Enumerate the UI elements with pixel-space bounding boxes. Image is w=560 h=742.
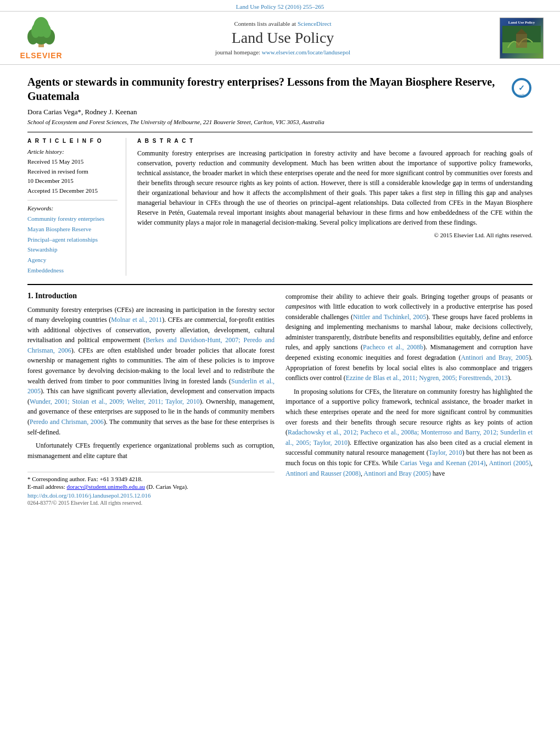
email-link[interactable]: doracv@student.unimelb.edu.au <box>66 483 144 490</box>
info-divider <box>27 200 117 200</box>
keywords-list: Community forestry enterprises Mayan Bio… <box>27 214 117 275</box>
svg-point-5 <box>31 25 40 38</box>
journal-reference: Land Use Policy 52 (2016) 255–265 <box>0 0 560 11</box>
issn-copyright: 0264-8377/© 2015 Elsevier Ltd. All right… <box>27 500 275 506</box>
ref-carias[interactable]: Carias Vega and Keenan (2014) <box>400 459 486 467</box>
cover-svg <box>502 26 541 53</box>
accepted-date: Accepted 15 December 2015 <box>27 186 117 196</box>
ref-antinori-bray[interactable]: Antinori and Bray (2005) <box>363 470 430 477</box>
sciencedirect-anchor[interactable]: ScienceDirect <box>298 20 332 27</box>
ref-nittler[interactable]: Nittler and Tschinkel, 2005 <box>353 313 426 321</box>
journal-cover-area: Land Use Policy <box>494 16 549 60</box>
received-revised-date: 10 December 2015 <box>27 176 117 186</box>
ref-radachowsky[interactable]: Radachowsky et al., 2012; Pacheco et al.… <box>285 428 533 447</box>
abstract-column: A B S T R A C T Community forestry enter… <box>137 138 533 276</box>
right-para2: In proposing solutions for CFEs, the lit… <box>285 387 533 478</box>
ref-pacheco2008b[interactable]: Pacheco et al., 2008b <box>363 343 423 351</box>
journal-header: ELSEVIER Contents lists available at Sci… <box>0 11 560 65</box>
ref-berkes[interactable]: Berkes and Davidson-Hunt, 2007; Peredo a… <box>27 336 275 354</box>
article-history-label: Article history: <box>27 148 117 155</box>
received-date: Received 15 May 2015 <box>27 157 117 167</box>
crossmark-icon: ✓ CrossMark <box>511 77 533 99</box>
keyword-4[interactable]: Stewardship <box>27 246 57 253</box>
intro-para1: Community forestry enterprises (CFEs) ar… <box>27 305 275 438</box>
main-body: 1. Introduction Community forestry enter… <box>27 284 533 506</box>
cover-title: Land Use Policy <box>508 20 535 25</box>
ref-antinori2005[interactable]: Antinori and Bray, 2005 <box>461 354 529 361</box>
ref-sunderlin[interactable]: Sunderlin et al., 2005 <box>27 377 275 395</box>
article-info-column: A R T I C L E I N F O Article history: R… <box>27 138 126 276</box>
article-info-heading: A R T I C L E I N F O <box>27 138 117 144</box>
svg-text:✓: ✓ <box>518 84 525 92</box>
article-title: Agents or stewards in community forestry… <box>27 75 502 103</box>
keyword-3[interactable]: Principal–agent relationships <box>27 236 98 243</box>
section1-heading: 1. Introduction <box>27 292 275 300</box>
elsevier-tree-icon <box>22 16 60 49</box>
journal-cover-image: Land Use Policy <box>500 18 544 59</box>
elsevier-logo: ELSEVIER <box>20 16 62 60</box>
ref-ezzine[interactable]: Ezzine de Blas et al., 2011; Nygren, 200… <box>346 374 508 382</box>
ref-wunder[interactable]: Wunder, 2001; Stoian et al., 2009; Welte… <box>30 398 200 405</box>
authors: Dora Carias Vega*, Rodney J. Keenan <box>27 108 533 119</box>
ref-molnar[interactable]: Molnar et al., 2011 <box>111 316 162 323</box>
intro-para2: Unfortunately CFEs frequently experience… <box>27 440 275 461</box>
journal-ref-text: Land Use Policy 52 (2016) 255–265 <box>236 3 324 10</box>
crossmark-badge: ✓ CrossMark <box>511 77 533 99</box>
abstract-heading: A B S T R A C T <box>137 138 533 144</box>
abstract-copyright: © 2015 Elsevier Ltd. All rights reserved… <box>137 232 533 238</box>
article-info-abstract: A R T I C L E I N F O Article history: R… <box>27 132 533 276</box>
affiliation: School of Ecosystem and Forest Sciences,… <box>27 119 533 132</box>
article-title-section: Agents or stewards in community forestry… <box>27 65 533 108</box>
footnote-section: * Corresponding author. Fax: +61 3 9349 … <box>27 472 275 490</box>
ref-peredo[interactable]: Peredo and Chrisman, 2006 <box>30 418 104 426</box>
ref-antinori-rausser[interactable]: Antinori and Rausser (2008) <box>285 470 361 477</box>
keywords-heading: Keywords: <box>27 205 117 211</box>
left-column: 1. Introduction Community forestry enter… <box>27 292 275 506</box>
keyword-2[interactable]: Mayan Biosphere Reserve <box>27 226 91 232</box>
right-body-text: compromise their ability to achieve thei… <box>285 292 533 479</box>
abstract-text: Community forestry enterprises are incre… <box>137 148 533 227</box>
ref-antinori2005b[interactable]: Antinori (2005) <box>489 459 531 467</box>
received-revised-label: Received in revised form <box>27 167 117 177</box>
keyword-5[interactable]: Agency <box>27 256 46 263</box>
doi-link-area: http://dx.doi.org/10.1016/j.landusepol.2… <box>27 492 275 499</box>
header-center: Contents lists available at ScienceDirec… <box>77 16 489 60</box>
ref-taylor2010[interactable]: Taylor, 2010 <box>429 449 462 456</box>
cover-image <box>502 26 541 53</box>
svg-point-6 <box>42 25 51 38</box>
homepage-url[interactable]: www.elsevier.com/locate/landusepol <box>262 49 350 55</box>
right-column: compromise their ability to achieve thei… <box>285 292 533 506</box>
journal-title: Land Use Policy <box>232 29 334 47</box>
paper-body: Agents or stewards in community forestry… <box>0 65 560 506</box>
sciencedirect-link: Contents lists available at ScienceDirec… <box>234 20 331 27</box>
svg-text:CrossMark: CrossMark <box>516 93 528 96</box>
intro-text: Community forestry enterprises (CFEs) ar… <box>27 305 275 461</box>
keyword-1[interactable]: Community forestry enterprises <box>27 215 104 222</box>
keyword-6[interactable]: Embeddedness <box>27 267 64 274</box>
footnote-star: * Corresponding author. Fax: +61 3 9349 … <box>27 476 275 482</box>
homepage-link: journal homepage: www.elsevier.com/locat… <box>215 49 350 55</box>
footnote-email: E-mail address: doracv@student.unimelb.e… <box>27 483 275 490</box>
svg-rect-9 <box>516 34 527 48</box>
elsevier-logo-area: ELSEVIER <box>11 16 71 60</box>
elsevier-label-text: ELSEVIER <box>20 51 62 60</box>
right-para1: compromise their ability to achieve thei… <box>285 292 533 383</box>
doi-link[interactable]: http://dx.doi.org/10.1016/j.landusepol.2… <box>27 492 150 499</box>
